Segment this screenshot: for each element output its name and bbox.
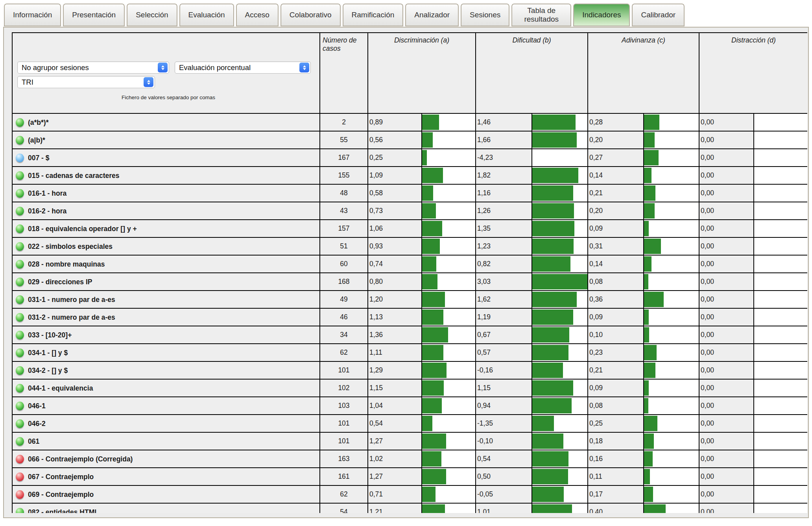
dificultad-bar-cell (532, 291, 588, 308)
discriminacion-bar (422, 132, 433, 148)
status-ball-icon (16, 242, 24, 251)
dificultad-bar (532, 239, 574, 254)
item-name-cell[interactable]: 046-2 (12, 415, 320, 432)
dificultad-value: 0,94 (476, 397, 532, 415)
distraccion-value: 0,00 (699, 450, 754, 468)
adivinanza-bar (644, 150, 659, 165)
dificultad-value: 1,66 (476, 131, 532, 149)
adivinanza-bar-cell (644, 503, 699, 513)
tab-ramificaci-n[interactable]: Ramificación (343, 4, 404, 26)
item-name-cell[interactable]: (a*b*)* (12, 113, 320, 131)
casos-value: 168 (320, 273, 368, 291)
item-name-cell[interactable]: 016-1 - hora (12, 184, 320, 202)
discriminacion-bar-cell (422, 485, 476, 503)
table-row: (a*b*)* 2 0,89 1,46 0,28 0,00 (12, 113, 807, 131)
status-ball-icon (16, 402, 24, 410)
item-name-cell[interactable]: 034-1 - [] y $ (12, 344, 320, 361)
dificultad-value: 0,50 (476, 468, 532, 485)
casos-value: 43 (320, 202, 368, 220)
evaluation-select[interactable]: Evaluación porcentual (175, 61, 311, 74)
tab-informaci-n[interactable]: Información (4, 4, 61, 26)
item-name-cell[interactable]: 069 - Contraejemplo (12, 485, 320, 503)
model-select[interactable]: TRI (17, 76, 155, 88)
discriminacion-value: 0,56 (368, 131, 422, 149)
discriminacion-value: 0,54 (368, 415, 422, 432)
distraccion-value: 0,00 (699, 326, 754, 344)
tab-presentaci-n[interactable]: Presentación (63, 4, 125, 26)
adivinanza-bar-cell (644, 237, 699, 255)
distraccion-value: 0,00 (699, 379, 754, 397)
distraccion-value: 0,00 (699, 184, 754, 202)
status-ball-icon (16, 455, 24, 463)
group-sessions-select[interactable]: No agrupor sesiones (17, 61, 169, 74)
tab-acceso[interactable]: Acceso (236, 4, 279, 26)
tab-calibrador[interactable]: Calibrador (632, 4, 685, 26)
adivinanza-value: 0,20 (588, 131, 644, 149)
tab-tabla-de-resultados[interactable]: Tabla de resultados (511, 4, 571, 26)
table-scroll-area[interactable]: No agrupor sesiones Evaluación porcentua… (12, 32, 807, 513)
table-row: 046-2 101 0,54 -1,35 0,25 0,00 (12, 415, 807, 432)
discriminacion-bar (422, 256, 436, 272)
item-name-cell[interactable]: 007 - $ (12, 149, 320, 167)
adivinanza-bar-cell (644, 149, 699, 167)
discriminacion-bar (422, 203, 436, 219)
adivinanza-bar (644, 115, 659, 130)
casos-value: 157 (320, 220, 368, 237)
distraccion-bar-cell (754, 415, 808, 432)
tab-colaborativo[interactable]: Colaborativo (281, 4, 341, 26)
tab-analizador[interactable]: Analizador (405, 4, 459, 26)
item-name-cell[interactable]: (a|b)* (12, 131, 320, 149)
item-name-cell[interactable]: 033 - [10-20]+ (12, 326, 320, 344)
adivinanza-value: 0,31 (588, 237, 644, 255)
item-name-cell[interactable]: 031-1 - numero par de a-es (12, 291, 320, 308)
item-name-cell[interactable]: 066 - Contraejemplo (Corregida) (12, 450, 320, 468)
item-name-cell[interactable]: 018 - equivalencia operador [] y + (12, 220, 320, 237)
item-name-cell[interactable]: 015 - cadenas de caracteres (12, 167, 320, 184)
item-name-cell[interactable]: 016-2 - hora (12, 202, 320, 220)
item-label: 018 - equivalencia operador [] y + (28, 224, 137, 232)
item-name-cell[interactable]: 022 - simbolos especiales (12, 237, 320, 255)
dificultad-bar (532, 292, 577, 307)
dificultad-bar-cell (532, 308, 588, 326)
indicadores-panel: No agrupor sesiones Evaluación porcentua… (3, 27, 809, 518)
select-stepper-icon (158, 63, 168, 72)
item-name-cell[interactable]: 046-1 (12, 397, 320, 415)
discriminacion-bar-cell (422, 450, 476, 468)
tab-sesiones[interactable]: Sesiones (461, 4, 509, 26)
item-name-cell[interactable]: 029 - direcciones IP (12, 273, 320, 291)
discriminacion-value: 1,36 (368, 326, 422, 344)
csv-file-link[interactable]: Fichero de valores separado por comas (17, 94, 319, 100)
adivinanza-value: 0,09 (588, 308, 644, 326)
item-name-cell[interactable]: 028 - nombre maquinas (12, 255, 320, 273)
distraccion-value: 0,00 (699, 113, 754, 131)
distraccion-value: 0,00 (699, 220, 754, 237)
item-name-cell[interactable]: 082 - entidades HTML (12, 503, 320, 513)
casos-value: 49 (320, 291, 368, 308)
item-label: 067 - Contraejemplo (28, 472, 94, 480)
item-name-cell[interactable]: 044-1 - equivalencia (12, 379, 320, 397)
dificultad-bar (532, 398, 572, 413)
adivinanza-bar-cell (644, 379, 699, 397)
tab-evaluaci-n[interactable]: Evaluación (179, 4, 234, 26)
discriminacion-bar (422, 239, 440, 254)
table-row: 061 101 1,27 -0,10 0,18 0,00 (12, 432, 807, 450)
discriminacion-bar (422, 292, 445, 307)
tab-indicadores[interactable]: Indicadores (573, 4, 630, 26)
item-name-cell[interactable]: 031-2 - numero par de a-es (12, 308, 320, 326)
tab-selecci-n[interactable]: Selección (127, 4, 177, 26)
item-name-cell[interactable]: 067 - Contraejemplo (12, 468, 320, 485)
distraccion-bar-cell (754, 468, 808, 485)
item-name-cell[interactable]: 061 (12, 432, 320, 450)
select-stepper-icon (144, 77, 153, 87)
item-name-cell[interactable]: 034-2 - [] y $ (12, 361, 320, 379)
distraccion-bar-cell (754, 450, 808, 468)
table-row: 029 - direcciones IP 168 0,80 3,03 0,08 … (12, 273, 807, 291)
discriminacion-value: 1,06 (368, 220, 422, 237)
table-row: 022 - simbolos especiales 51 0,93 1,23 0… (12, 237, 807, 255)
discriminacion-bar-cell (422, 291, 476, 308)
dificultad-value: 1,82 (476, 167, 532, 184)
dificultad-value: 0,82 (476, 255, 532, 273)
item-label: (a|b)* (28, 136, 45, 144)
distraccion-bar-cell (754, 255, 808, 273)
status-ball-icon (16, 118, 24, 127)
